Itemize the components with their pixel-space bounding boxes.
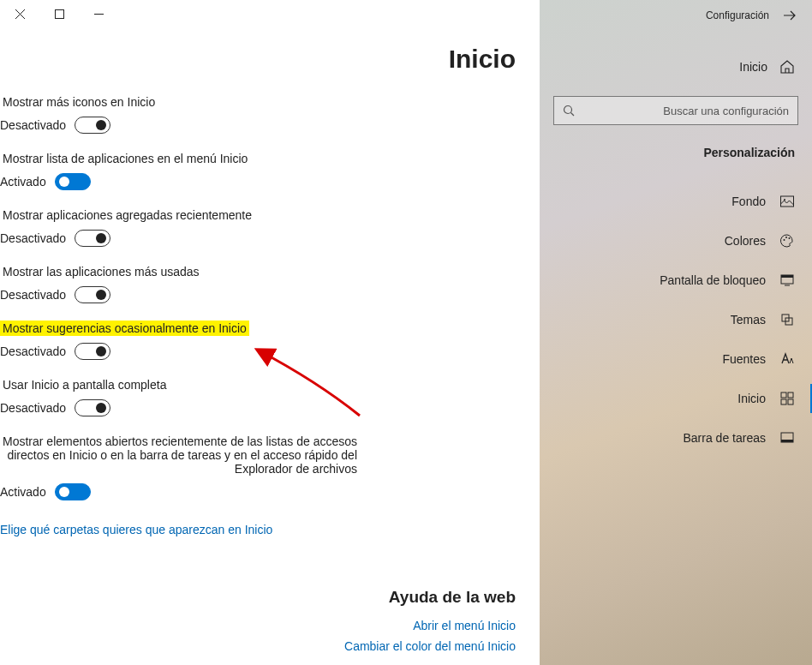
image-icon: [779, 194, 795, 209]
toggle-state-label: Desactivado: [0, 288, 66, 302]
svg-point-3: [784, 239, 785, 241]
help-link[interactable]: Abrir el menú Inicio: [0, 619, 516, 632]
toggle-state-label: Activado: [0, 175, 46, 189]
toggle-row: Desactivado: [0, 343, 249, 360]
toggle-switch[interactable]: [75, 117, 110, 134]
app-name: Configuración: [706, 9, 769, 21]
toggle-switch[interactable]: [55, 483, 91, 500]
toggle-row: Desactivado: [0, 399, 169, 416]
search-input[interactable]: [582, 105, 789, 117]
sidebar-item-label: Temas: [731, 313, 766, 327]
svg-point-4: [785, 237, 787, 238]
minimize-icon: [94, 9, 104, 19]
setting-label: Mostrar lista de aplicaciones en el menú…: [0, 151, 250, 166]
sidebar-item-label: Pantalla de bloqueo: [660, 273, 766, 287]
toggle-state-label: Desactivado: [0, 401, 66, 415]
window-controls: [0, 0, 118, 27]
search-icon: [563, 105, 575, 117]
toggle-switch[interactable]: [75, 343, 110, 360]
setting-block: Mostrar más iconos en InicioDesactivado: [0, 94, 158, 134]
sidebar-item-fondo[interactable]: Fondo: [540, 182, 812, 221]
setting-block: Mostrar las aplicaciones más usadasDesac…: [0, 264, 202, 303]
setting-label: Usar Inicio a pantalla completa: [0, 377, 169, 392]
setting-block: Usar Inicio a pantalla completaDesactiva…: [0, 377, 169, 416]
svg-point-5: [789, 237, 791, 239]
sidebar-item-label: Inicio: [737, 392, 766, 405]
setting-label: Mostrar sugerencias ocasionalmente en In…: [0, 321, 249, 336]
toggle-state-label: Desactivado: [0, 231, 66, 245]
sidebar-section-title: Personalización: [540, 125, 812, 168]
sidebar-item-label: Fondo: [731, 195, 766, 208]
svg-rect-16: [55, 9, 63, 18]
toggle-state-label: Desactivado: [0, 118, 66, 132]
help-section: Ayuda de la web Abrir el menú Inicio Cam…: [0, 588, 519, 653]
setting-block: Mostrar sugerencias ocasionalmente en In…: [0, 321, 249, 360]
toggle-switch[interactable]: [55, 173, 91, 190]
close-button[interactable]: [0, 0, 39, 27]
toggle-switch[interactable]: [75, 286, 110, 303]
settings-list: Mostrar más iconos en InicioDesactivadoM…: [0, 94, 519, 536]
setting-label: Mostrar aplicaciones agregadas recientem…: [0, 207, 254, 223]
back-arrow-icon: [783, 9, 797, 22]
svg-rect-10: [781, 392, 786, 398]
maximize-button[interactable]: [39, 0, 79, 27]
toggle-switch[interactable]: [75, 230, 110, 247]
page-title: Inicio: [0, 45, 519, 74]
taskbar-icon: [779, 430, 795, 446]
sidebar-item-colores[interactable]: Colores: [540, 221, 812, 261]
lock-screen-icon: [779, 273, 795, 288]
svg-rect-12: [781, 399, 786, 404]
setting-label: Mostrar más iconos en Inicio: [0, 94, 158, 110]
sidebar-item-label: Fuentes: [722, 352, 766, 366]
toggle-switch[interactable]: [75, 399, 110, 416]
content: Inicio Mostrar más iconos en InicioDesac…: [0, 0, 540, 665]
toggle-state-label: Activado: [0, 485, 46, 499]
start-icon: [779, 391, 795, 406]
toggle-row: Desactivado: [0, 117, 158, 134]
toggle-row: Desactivado: [0, 230, 254, 247]
maximize-icon: [55, 9, 64, 19]
sidebar-item-label: Colores: [725, 234, 766, 248]
svg-point-0: [564, 106, 572, 114]
toggle-row: Activado: [0, 173, 250, 190]
svg-rect-1: [781, 196, 794, 207]
search-wrap: [553, 96, 798, 125]
sidebar-item-pantalla-bloqueo[interactable]: Pantalla de bloqueo: [540, 261, 812, 300]
svg-rect-11: [788, 392, 793, 398]
home-icon: [779, 59, 795, 75]
toggle-row: Activado: [0, 483, 360, 500]
palette-icon: [779, 233, 795, 249]
titlebar: Configuración: [540, 0, 812, 31]
svg-point-2: [784, 199, 785, 201]
svg-rect-13: [788, 399, 793, 404]
sidebar: Configuración Inicio Personalización Fon…: [540, 0, 812, 665]
toggle-row: Desactivado: [0, 286, 202, 303]
setting-block: Mostrar lista de aplicaciones en el menú…: [0, 151, 250, 190]
help-link[interactable]: Cambiar el color del menú Inicio: [0, 639, 516, 653]
sidebar-item-label: Barra de tareas: [684, 431, 767, 445]
svg-rect-7: [781, 275, 793, 278]
sidebar-home-label: Inicio: [739, 60, 767, 74]
setting-block: Mostrar elementos abiertos recientemente…: [0, 434, 360, 500]
minimize-button[interactable]: [79, 0, 118, 27]
themes-icon: [779, 312, 795, 327]
search-box[interactable]: [553, 96, 798, 125]
choose-folders-link[interactable]: Elige qué carpetas quieres que aparezcan…: [0, 523, 272, 536]
svg-rect-15: [781, 440, 793, 442]
sidebar-item-temas[interactable]: Temas: [540, 300, 812, 339]
setting-label: Mostrar elementos abiertos recientemente…: [0, 434, 360, 476]
close-icon: [15, 9, 25, 19]
sidebar-item-barra-tareas[interactable]: Barra de tareas: [540, 418, 812, 458]
setting-label: Mostrar las aplicaciones más usadas: [0, 264, 202, 279]
help-title: Ayuda de la web: [0, 588, 516, 607]
sidebar-nav: Fondo Colores Pantalla de bloqueo Temas …: [540, 182, 812, 458]
back-button[interactable]: [774, 0, 805, 31]
sidebar-item-inicio[interactable]: Inicio: [540, 379, 812, 418]
setting-block: Mostrar aplicaciones agregadas recientem…: [0, 207, 254, 247]
toggle-state-label: Desactivado: [0, 344, 66, 358]
sidebar-item-fuentes[interactable]: Fuentes: [540, 339, 812, 379]
sidebar-home[interactable]: Inicio: [540, 50, 812, 84]
font-icon: [779, 351, 795, 367]
